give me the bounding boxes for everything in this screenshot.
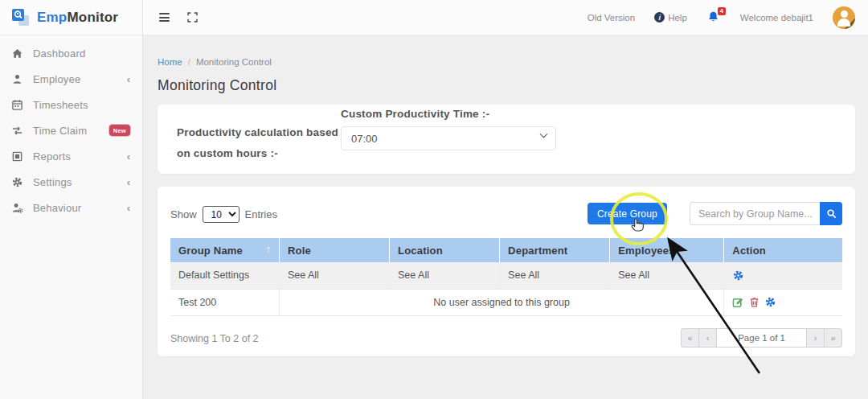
column-header-role[interactable]: Role xyxy=(279,238,389,262)
home-icon xyxy=(10,47,24,60)
chevron-icon: ‹ xyxy=(127,73,132,85)
chevron-icon: ‹ xyxy=(127,176,132,188)
search-button[interactable] xyxy=(820,202,842,225)
page-title: Monitoring Control xyxy=(158,77,276,94)
group-name-cell: Default Settings xyxy=(170,262,279,289)
productivity-label: Productivity calculation based on custom… xyxy=(177,122,350,165)
welcome-text: Welcome debajit1 xyxy=(740,13,813,23)
groups-card: Show 10 Entries Create Group Group Name↑… xyxy=(158,187,855,356)
sidebar-item-timesheets[interactable]: Timesheets xyxy=(0,92,142,117)
table-row: Default Settings See All See All See All… xyxy=(170,262,842,289)
sort-ascending-icon: ↑ xyxy=(266,244,271,255)
column-header-employees[interactable]: Employees xyxy=(610,238,724,262)
entries-label: Entries xyxy=(245,208,277,220)
group-search-input[interactable] xyxy=(690,202,820,225)
sidebar-item-reports[interactable]: Reports ‹ xyxy=(0,143,142,169)
show-label: Show xyxy=(170,208,197,220)
results-summary: Showing 1 To 2 of 2 xyxy=(170,333,259,344)
breadcrumb-current: Monitoring Control xyxy=(196,57,272,67)
sidebar-item-settings[interactable]: Settings ‹ xyxy=(0,169,142,195)
sidebar: EmpMonitor Dashboard Employee ‹ Timeshee… xyxy=(0,0,143,399)
column-header-location[interactable]: Location xyxy=(390,238,500,262)
topbar: Old Version i Help 4 Welcome debajit1 xyxy=(143,0,868,35)
column-header-action[interactable]: Action xyxy=(724,238,842,262)
main-content: Home / Monitoring Control Monitoring Con… xyxy=(143,35,868,399)
sidebar-item-employee[interactable]: Employee ‹ xyxy=(0,66,142,92)
notification-count-badge: 4 xyxy=(718,7,726,15)
info-icon: i xyxy=(654,12,665,23)
search-icon xyxy=(826,208,837,219)
sidebar-item-dashboard[interactable]: Dashboard xyxy=(0,40,142,66)
fullscreen-icon[interactable] xyxy=(187,12,198,23)
menu-toggle-icon[interactable] xyxy=(159,13,170,22)
old-version-link[interactable]: Old Version xyxy=(588,13,635,23)
notifications-button[interactable]: 4 xyxy=(706,10,721,25)
app-name: EmpMonitor xyxy=(37,10,118,26)
empty-group-message: No user assigned to this group xyxy=(279,289,723,315)
sidebar-item-time-claim[interactable]: Time Claim New xyxy=(0,117,142,143)
productivity-time-select[interactable]: 07:00 xyxy=(341,126,556,150)
breadcrumb-home-link[interactable]: Home xyxy=(158,57,182,67)
table-row: Test 200 No user assigned to this group xyxy=(170,289,842,315)
custom-time-label: Custom Productivity Time :- xyxy=(341,108,556,120)
chevron-icon: ‹ xyxy=(127,150,132,162)
column-header-group-name[interactable]: Group Name↑ xyxy=(170,238,279,262)
page-size-select[interactable]: 10 xyxy=(203,206,240,223)
chevron-icon: ‹ xyxy=(127,202,132,214)
gear-icon xyxy=(10,175,24,189)
page-indicator: Page 1 of 1 xyxy=(716,328,807,348)
help-link[interactable]: i Help xyxy=(654,12,687,23)
column-header-department[interactable]: Department xyxy=(500,238,610,262)
user-icon xyxy=(10,72,24,86)
groups-table: Group Name↑ Role Location Department Emp… xyxy=(170,238,842,316)
calendar-icon xyxy=(10,98,24,112)
create-group-button[interactable]: Create Group xyxy=(588,203,667,224)
pagination: « ‹ Page 1 of 1 › » xyxy=(681,328,842,348)
sidebar-item-behaviour[interactable]: Behaviour ‹ xyxy=(0,195,142,220)
previous-page-button[interactable]: ‹ xyxy=(698,328,717,348)
new-badge: New xyxy=(109,125,130,136)
edit-group-icon[interactable] xyxy=(732,296,744,308)
app-logo[interactable]: EmpMonitor xyxy=(0,0,142,35)
user-gear-icon xyxy=(10,201,24,215)
first-page-button[interactable]: « xyxy=(681,328,699,348)
group-name-cell: Test 200 xyxy=(170,289,279,315)
productivity-card: Productivity calculation based on custom… xyxy=(158,105,855,174)
empmonitor-logo-icon xyxy=(10,7,31,28)
last-page-button[interactable]: » xyxy=(824,328,842,348)
user-avatar[interactable] xyxy=(833,6,855,29)
group-settings-icon[interactable] xyxy=(764,296,776,308)
next-page-button[interactable]: › xyxy=(806,328,825,348)
breadcrumb: Home / Monitoring Control xyxy=(158,57,272,67)
group-settings-icon[interactable] xyxy=(732,269,744,282)
swap-arrows-icon xyxy=(10,124,24,138)
delete-group-icon[interactable] xyxy=(748,296,760,308)
report-icon xyxy=(10,150,24,163)
table-header-row: Group Name↑ Role Location Department Emp… xyxy=(170,238,842,262)
